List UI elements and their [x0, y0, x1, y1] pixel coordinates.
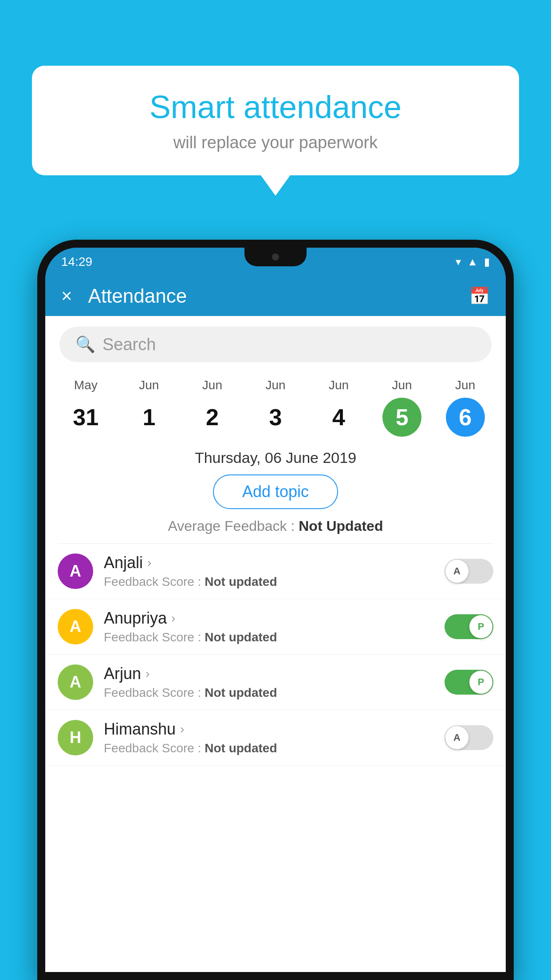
cal-day-2[interactable]: Jun2 [193, 378, 232, 437]
phone-frame: 14:29 ▾ ▲ ▮ × Attendance 📅 🔍 Search [37, 240, 514, 980]
feedback-score: Feedback Score : Not updated [104, 741, 434, 755]
add-topic-button[interactable]: Add topic [213, 474, 338, 509]
student-name: Anupriya › [104, 609, 434, 628]
cal-date-label: 6 [446, 398, 485, 437]
search-icon: 🔍 [75, 335, 95, 354]
search-bar[interactable]: 🔍 Search [59, 327, 492, 362]
cal-month-label: Jun [455, 378, 475, 392]
cal-date-label: 5 [382, 398, 421, 437]
close-button[interactable]: × [61, 285, 72, 307]
cal-day-0[interactable]: May31 [66, 378, 105, 437]
student-info: Arjun ›Feedback Score : Not updated [104, 664, 434, 700]
cal-day-1[interactable]: Jun1 [130, 378, 169, 437]
feedback-prefix: Feedback Score : [104, 630, 205, 644]
toggle-knob: A [445, 560, 468, 583]
header-title: Attendance [88, 285, 469, 307]
cal-date-label: 3 [256, 398, 295, 437]
toggle-knob: P [469, 671, 492, 694]
avatar: A [58, 553, 93, 589]
toggle-knob: A [445, 726, 468, 749]
toggle-container[interactable]: A [445, 559, 493, 584]
feedback-value: Not updated [205, 575, 277, 589]
battery-icon: ▮ [484, 256, 490, 268]
student-name-text: Himanshu [104, 720, 176, 739]
attendance-toggle[interactable]: A [445, 559, 493, 584]
status-bar: 14:29 ▾ ▲ ▮ [45, 248, 506, 276]
bubble-subtitle: will replace your paperwork [59, 133, 492, 152]
student-name: Himanshu › [104, 720, 434, 739]
status-time: 14:29 [61, 255, 92, 269]
cal-date-label: 4 [319, 398, 358, 437]
cal-date-label: 31 [66, 398, 105, 437]
student-item[interactable]: AArjun ›Feedback Score : Not updatedP [45, 655, 506, 710]
attendance-toggle[interactable]: P [445, 614, 493, 639]
cal-month-label: Jun [392, 378, 412, 392]
selected-date: Thursday, 06 June 2019 [45, 437, 506, 474]
chevron-icon: › [180, 722, 184, 736]
toggle-knob: P [469, 615, 492, 638]
student-list: AAnjali ›Feedback Score : Not updatedAAA… [45, 544, 506, 766]
student-name: Arjun › [104, 664, 434, 683]
feedback-score: Feedback Score : Not updated [104, 686, 434, 700]
feedback-value: Not updated [205, 741, 277, 755]
cal-month-label: Jun [329, 378, 349, 392]
bubble-title: Smart attendance [59, 89, 492, 125]
calendar-row: May31Jun1Jun2Jun3Jun4Jun5Jun6 [45, 373, 506, 437]
avatar: A [58, 609, 93, 644]
student-name-text: Arjun [104, 664, 141, 683]
attendance-toggle[interactable]: P [445, 670, 493, 695]
wifi-icon: ▾ [456, 256, 461, 268]
cal-day-5[interactable]: Jun5 [382, 378, 421, 437]
app-header: × Attendance 📅 [45, 276, 506, 316]
phone-inner: 14:29 ▾ ▲ ▮ × Attendance 📅 🔍 Search [45, 248, 506, 972]
cal-date-label: 2 [193, 398, 232, 437]
feedback-prefix: Feedback Score : [104, 741, 205, 755]
avg-feedback-value: Not Updated [299, 518, 383, 534]
camera-dot [272, 253, 279, 261]
chevron-icon: › [146, 667, 150, 681]
calendar-icon[interactable]: 📅 [469, 286, 490, 306]
cal-day-4[interactable]: Jun4 [319, 378, 358, 437]
cal-month-label: Jun [202, 378, 222, 392]
notch [244, 248, 307, 266]
student-info: Himanshu ›Feedback Score : Not updated [104, 720, 434, 755]
feedback-prefix: Feedback Score : [104, 686, 205, 699]
avatar: A [58, 664, 93, 700]
cal-month-label: Jun [265, 378, 285, 392]
avatar: H [58, 720, 93, 755]
search-placeholder: Search [102, 335, 156, 354]
speech-bubble-container: Smart attendance will replace your paper… [32, 66, 519, 175]
feedback-score: Feedback Score : Not updated [104, 575, 434, 589]
status-icons: ▾ ▲ ▮ [456, 256, 490, 268]
student-info: Anjali ›Feedback Score : Not updated [104, 553, 434, 589]
cal-month-label: May [74, 378, 98, 392]
avg-feedback: Average Feedback : Not Updated [45, 518, 506, 534]
feedback-prefix: Feedback Score : [104, 575, 205, 589]
chevron-icon: › [147, 556, 151, 570]
attendance-toggle[interactable]: A [445, 725, 493, 750]
student-item[interactable]: AAnupriya ›Feedback Score : Not updatedP [45, 599, 506, 655]
cal-day-3[interactable]: Jun3 [256, 378, 295, 437]
feedback-score: Feedback Score : Not updated [104, 630, 434, 644]
chevron-icon: › [171, 611, 175, 625]
feedback-value: Not updated [205, 630, 277, 644]
cal-month-label: Jun [139, 378, 159, 392]
speech-bubble: Smart attendance will replace your paper… [32, 66, 519, 175]
avg-feedback-label: Average Feedback : [168, 518, 299, 534]
student-info: Anupriya ›Feedback Score : Not updated [104, 609, 434, 644]
student-item[interactable]: HHimanshu ›Feedback Score : Not updatedA [45, 710, 506, 766]
student-name-text: Anupriya [104, 609, 167, 628]
app-content: 🔍 Search May31Jun1Jun2Jun3Jun4Jun5Jun6 T… [45, 316, 506, 972]
student-name: Anjali › [104, 553, 434, 572]
cal-date-label: 1 [130, 398, 169, 437]
toggle-container[interactable]: P [445, 614, 493, 639]
student-name-text: Anjali [104, 553, 143, 572]
toggle-container[interactable]: P [445, 670, 493, 695]
toggle-container[interactable]: A [445, 725, 493, 750]
feedback-value: Not updated [205, 686, 277, 699]
signal-icon: ▲ [467, 256, 478, 268]
cal-day-6[interactable]: Jun6 [446, 378, 485, 437]
student-item[interactable]: AAnjali ›Feedback Score : Not updatedA [45, 544, 506, 599]
